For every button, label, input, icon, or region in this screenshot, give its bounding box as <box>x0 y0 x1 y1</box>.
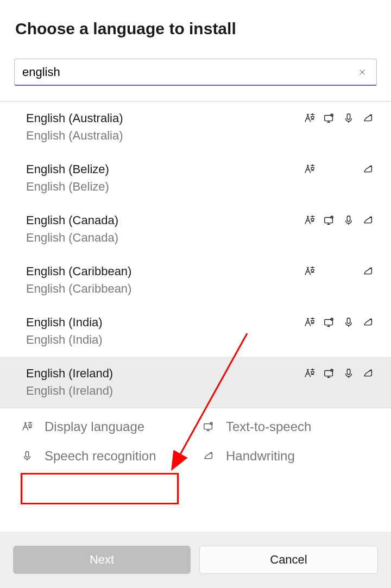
display-language-icon <box>303 316 316 329</box>
feature-icons <box>303 316 375 329</box>
legend-label: Handwriting <box>226 448 295 464</box>
language-row[interactable]: English (Australia)English (Australia) <box>0 102 391 153</box>
feature-icons <box>303 265 375 278</box>
language-list: English (Australia)English (Australia)En… <box>0 102 391 408</box>
language-native-name: English (Belize) <box>26 180 375 194</box>
legend-display-language: Display language <box>20 419 190 434</box>
language-name: English (Caribbean) <box>26 264 303 279</box>
handwriting-icon <box>362 112 375 125</box>
display-language-icon <box>303 163 316 176</box>
microphone-icon <box>342 367 355 380</box>
text-to-speech-icon <box>323 112 336 125</box>
legend-speech-recognition: Speech recognition <box>20 448 190 464</box>
display-language-icon <box>303 265 316 278</box>
legend-label: Display language <box>45 419 144 434</box>
dialog-title: Choose a language to install <box>15 20 376 38</box>
language-row[interactable]: English (Caribbean)English (Caribbean) <box>0 255 391 306</box>
annotation-highlight-box <box>21 473 179 504</box>
legend-label: Text-to-speech <box>226 419 311 434</box>
search-input[interactable] <box>15 59 356 85</box>
text-to-speech-icon <box>323 316 336 329</box>
microphone-icon <box>342 214 355 227</box>
language-native-name: English (Canada) <box>26 231 375 245</box>
handwriting-icon <box>362 367 375 380</box>
language-row[interactable]: English (Ireland)English (Ireland) <box>0 357 391 408</box>
legend-handwriting: Handwriting <box>201 448 371 464</box>
next-button[interactable]: Next <box>13 546 191 574</box>
language-native-name: English (India) <box>26 333 375 347</box>
microphone-icon <box>342 316 355 329</box>
feature-icons <box>303 112 375 125</box>
legend-area: Display language Text-to-speech Speech r… <box>0 408 391 477</box>
language-row[interactable]: English (India)English (India) <box>0 306 391 357</box>
language-name: English (Australia) <box>26 111 303 125</box>
language-native-name: English (Caribbean) <box>26 282 375 296</box>
language-name: English (Belize) <box>26 162 303 176</box>
microphone-icon <box>20 448 35 464</box>
language-name: English (Canada) <box>26 213 303 227</box>
language-row[interactable]: English (Belize)English (Belize) <box>0 153 391 204</box>
language-row[interactable]: English (Canada)English (Canada) <box>0 204 391 255</box>
cancel-button-label: Cancel <box>270 553 307 567</box>
next-button-label: Next <box>90 553 114 567</box>
text-to-speech-icon <box>323 367 336 380</box>
legend-label: Speech recognition <box>45 448 156 464</box>
legend-text-to-speech: Text-to-speech <box>201 419 371 434</box>
cancel-button[interactable]: Cancel <box>199 546 378 574</box>
feature-icons <box>303 214 375 227</box>
microphone-icon <box>342 112 355 125</box>
text-to-speech-icon <box>201 419 216 434</box>
handwriting-icon <box>362 265 375 278</box>
handwriting-icon <box>362 163 375 176</box>
language-native-name: English (Australia) <box>26 129 375 143</box>
display-language-icon <box>303 214 316 227</box>
dialog-footer: Next Cancel <box>0 532 391 588</box>
search-field-container <box>14 59 377 86</box>
text-to-speech-icon <box>323 214 336 227</box>
handwriting-icon <box>362 316 375 329</box>
language-name: English (India) <box>26 315 303 330</box>
feature-icons <box>303 163 375 176</box>
display-language-icon <box>20 419 35 434</box>
clear-search-icon[interactable] <box>356 66 369 79</box>
display-language-icon <box>303 112 316 125</box>
display-language-icon <box>303 367 316 380</box>
handwriting-icon <box>362 214 375 227</box>
handwriting-icon <box>201 448 216 464</box>
feature-icons <box>303 367 375 380</box>
language-name: English (Ireland) <box>26 366 303 381</box>
language-native-name: English (Ireland) <box>26 384 375 398</box>
